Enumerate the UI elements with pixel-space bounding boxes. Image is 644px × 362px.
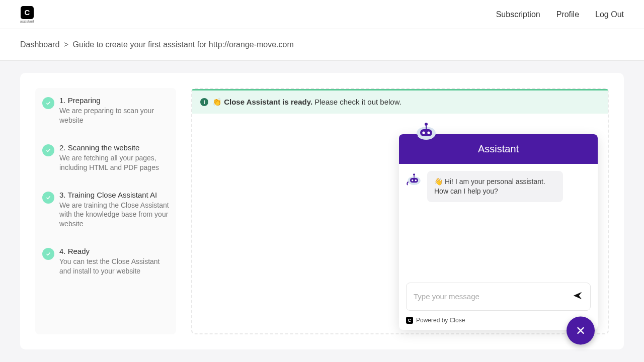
step-desc: We are training the Close Assistant with… bbox=[59, 201, 169, 229]
svg-point-9 bbox=[415, 179, 417, 181]
chat-input-row bbox=[406, 283, 591, 311]
step-desc: You can test the Close Assistant and ins… bbox=[59, 257, 169, 276]
steps-sidebar: 1. Preparing We are preparing to scan yo… bbox=[35, 88, 176, 334]
send-button[interactable] bbox=[569, 287, 586, 306]
notice-text: 👏 Close Assistant is ready. Please check… bbox=[212, 98, 401, 107]
nav-logout[interactable]: Log Out bbox=[595, 10, 624, 19]
step-desc: We are fetching all your pages, includin… bbox=[59, 153, 169, 172]
robot-icon bbox=[414, 120, 438, 141]
check-icon bbox=[42, 97, 54, 109]
chat-close-fab[interactable] bbox=[567, 316, 595, 344]
svg-point-3 bbox=[427, 131, 430, 134]
step-title: 1. Preparing bbox=[59, 96, 169, 105]
check-icon bbox=[42, 144, 54, 156]
logo[interactable]: C assistant bbox=[20, 6, 34, 23]
step-title: 2. Scanning the website bbox=[59, 143, 169, 152]
chat-message: 👋 Hi! I am your personal assistant. How … bbox=[406, 171, 591, 202]
nav-subscription[interactable]: Subscription bbox=[496, 10, 540, 19]
info-icon: i bbox=[200, 98, 208, 106]
svg-point-2 bbox=[422, 131, 425, 134]
close-icon bbox=[575, 325, 586, 336]
step-title: 3. Training Close Assistant AI bbox=[59, 191, 169, 199]
notice-emoji: 👏 bbox=[212, 98, 222, 106]
check-icon bbox=[42, 248, 54, 260]
main-card: 1. Preparing We are preparing to scan yo… bbox=[20, 73, 624, 349]
step-scanning: 2. Scanning the website We are fetching … bbox=[42, 143, 169, 172]
bot-avatar-icon bbox=[406, 171, 422, 187]
content-panel: i 👏 Close Assistant is ready. Please che… bbox=[191, 88, 609, 334]
logo-icon: C bbox=[21, 6, 34, 19]
breadcrumb: Dashboard > Guide to create your first a… bbox=[20, 40, 624, 49]
step-training: 3. Training Close Assistant AI We are tr… bbox=[42, 191, 169, 229]
svg-point-8 bbox=[412, 179, 413, 181]
svg-point-4 bbox=[425, 123, 428, 126]
breadcrumb-separator: > bbox=[64, 40, 68, 49]
powered-text: Powered by Close bbox=[416, 317, 465, 324]
svg-rect-1 bbox=[420, 129, 432, 136]
breadcrumb-current: Guide to create your first assistant for… bbox=[73, 40, 294, 49]
step-ready: 4. Ready You can test the Close Assistan… bbox=[42, 247, 169, 276]
chat-bubble: 👋 Hi! I am your personal assistant. How … bbox=[427, 171, 563, 202]
chat-widget: Assistant bbox=[399, 134, 598, 330]
notice-strong: Close Assistant is ready. bbox=[224, 98, 312, 106]
ready-notice: i 👏 Close Assistant is ready. Please che… bbox=[192, 89, 608, 114]
chat-messages: 👋 Hi! I am your personal assistant. How … bbox=[399, 164, 598, 283]
chat-input[interactable] bbox=[414, 292, 569, 301]
main-area: 1. Preparing We are preparing to scan yo… bbox=[0, 61, 644, 361]
svg-point-10 bbox=[413, 173, 415, 175]
notice-rest: Please check it out below. bbox=[312, 98, 401, 106]
breadcrumb-bar: Dashboard > Guide to create your first a… bbox=[0, 29, 644, 61]
step-preparing: 1. Preparing We are preparing to scan yo… bbox=[42, 96, 169, 125]
step-title: 4. Ready bbox=[59, 247, 169, 255]
check-icon bbox=[42, 192, 54, 204]
top-header: C assistant Subscription Profile Log Out bbox=[0, 0, 644, 29]
svg-rect-7 bbox=[410, 178, 418, 183]
step-desc: We are preparing to scan your website bbox=[59, 106, 169, 125]
nav-profile[interactable]: Profile bbox=[556, 10, 579, 19]
logo-text: assistant bbox=[20, 20, 34, 23]
close-mini-logo-icon: C bbox=[406, 317, 413, 324]
top-nav: Subscription Profile Log Out bbox=[496, 10, 624, 19]
send-icon bbox=[572, 290, 583, 301]
breadcrumb-dashboard-link[interactable]: Dashboard bbox=[20, 40, 59, 49]
